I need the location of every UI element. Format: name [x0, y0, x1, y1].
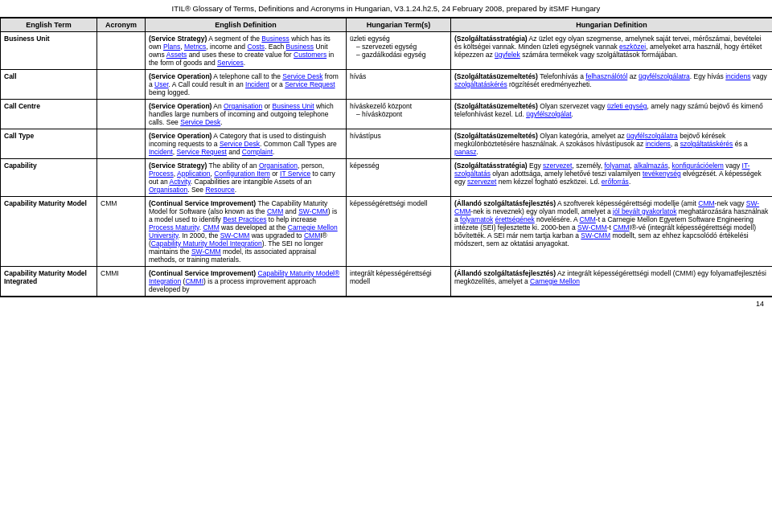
table-row: Capability(Service Strategy) The ability…: [1, 159, 773, 197]
table-row: Call Type(Service Operation) A Category …: [1, 129, 773, 159]
cell-hungarian-terms: üzleti egységszervezeti egységgazdálkodá…: [347, 32, 451, 70]
cell-hungarian-terms: híváskezelő központhívásközpont: [347, 100, 451, 129]
cell-hungarian-definition: (Állandó szolgáltatásfejlesztés) A szoft…: [451, 197, 773, 267]
cell-acronym: [97, 70, 146, 100]
cell-term: Call: [1, 70, 97, 100]
cell-hungarian-terms: képesség: [347, 159, 451, 197]
page-number: 14: [756, 300, 764, 308]
cell-term: Capability Maturity Model: [1, 197, 97, 267]
cell-term: Capability Maturity Model Integrated: [1, 267, 97, 297]
cell-term: Call Type: [1, 129, 97, 159]
cell-definition: (Service Strategy) The ability of an Org…: [146, 159, 347, 197]
table-row: Capability Maturity ModelCMM(Continual S…: [1, 197, 773, 267]
cell-hungarian-terms: integrált képességérettségi modell: [347, 267, 451, 297]
cell-acronym: [97, 159, 146, 197]
cell-hungarian-terms: képességérettségi modell: [347, 197, 451, 267]
cell-hungarian-definition: (Szolgáltatásstratégia) Egy szervezet, s…: [451, 159, 773, 197]
col-header-hungarian-definition: Hungarian Definition: [451, 18, 773, 32]
col-header-english-definition: English Definition: [146, 18, 347, 32]
cell-term: Call Centre: [1, 100, 97, 129]
cell-definition: (Service Operation) A Category that is u…: [146, 129, 347, 159]
cell-acronym: [97, 100, 146, 129]
cell-acronym: [97, 32, 146, 70]
cell-term: Business Unit: [1, 32, 97, 70]
cell-definition: (Continual Service Improvement) The Capa…: [146, 197, 347, 267]
table-row: Business Unit(Service Strategy) A segmen…: [1, 32, 773, 70]
col-header-acronym: Acronym: [97, 18, 146, 32]
cell-hungarian-definition: (Szolgáltatásüzemeltetés) Telefonhívás a…: [451, 70, 773, 100]
cell-hungarian-definition: (Szolgáltatásüzemeltetés) Olyan kategóri…: [451, 129, 773, 159]
cell-hungarian-definition: (Állandó szolgáltatásfejlesztés) Az inte…: [451, 267, 773, 297]
page-footer: 14: [0, 297, 772, 310]
page-header: ITIL® Glossary of Terms, Definitions and…: [0, 0, 772, 18]
table-row: Call Centre(Service Operation) An Organi…: [1, 100, 773, 129]
col-header-english-term: English Term: [1, 18, 97, 32]
cell-term: Capability: [1, 159, 97, 197]
cell-definition: (Service Operation) An Organisation or B…: [146, 100, 347, 129]
cell-hungarian-terms: hívástípus: [347, 129, 451, 159]
table-row: Capability Maturity Model IntegratedCMMI…: [1, 267, 773, 297]
cell-acronym: [97, 129, 146, 159]
cell-acronym: CMMI: [97, 267, 146, 297]
table-row: Call(Service Operation) A telephone call…: [1, 70, 773, 100]
col-header-hungarian-terms: Hungarian Term(s): [347, 18, 451, 32]
cell-definition: (Service Strategy) A segment of the Busi…: [146, 32, 347, 70]
cell-definition: (Service Operation) A telephone call to …: [146, 70, 347, 100]
cell-acronym: CMM: [97, 197, 146, 267]
cell-hungarian-definition: (Szolgáltatásstratégia) Az üzlet egy oly…: [451, 32, 773, 70]
header-text: ITIL® Glossary of Terms, Definitions and…: [0, 0, 772, 18]
cell-hungarian-terms: hívás: [347, 70, 451, 100]
cell-definition: (Continual Service Improvement) Capabili…: [146, 267, 347, 297]
cell-hungarian-definition: (Szolgáltatásüzemeltetés) Olyan szerveze…: [451, 100, 773, 129]
